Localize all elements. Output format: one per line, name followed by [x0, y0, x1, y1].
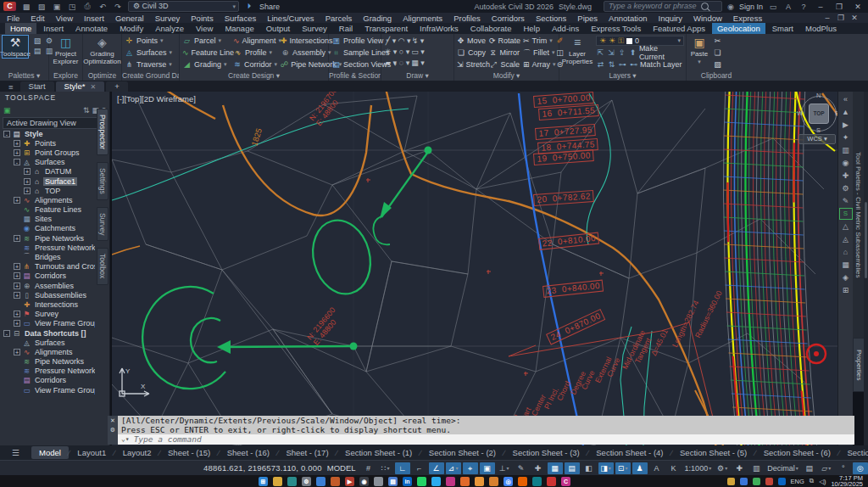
layout-tab-layout2[interactable]: Layout2: [115, 446, 159, 459]
rotate-button[interactable]: ⟳Rotate: [489, 36, 520, 46]
palette-tool-icon[interactable]: «: [840, 93, 852, 105]
arc-tool-icon[interactable]: ◠ ▾: [398, 36, 411, 47]
menu-corridors[interactable]: Corridors: [492, 14, 525, 23]
file-tab-close-icon[interactable]: ✕: [90, 83, 96, 91]
tree-item-pressure-networks[interactable]: ≋Pressure Networks: [0, 243, 95, 252]
menu-express[interactable]: Express: [733, 14, 762, 23]
tree-expander[interactable]: +: [14, 263, 20, 270]
command-window-handle[interactable]: ✕ ⚙: [108, 416, 118, 445]
viewport-controls-label[interactable]: [-][Top][2D Wireframe]: [117, 94, 196, 104]
parcel-button[interactable]: ▱Parcel▾: [182, 36, 230, 46]
tree-item-turnouts-and-crossovers[interactable]: +⋔Turnouts and Crossovers: [0, 262, 95, 271]
survey-palette-icon[interactable]: ▤: [31, 46, 43, 56]
panel-label-palettes[interactable]: Palettes ▾: [0, 71, 48, 81]
layout-tab-model[interactable]: Model: [31, 446, 69, 459]
app-maximize-button[interactable]: ❐: [832, 3, 846, 11]
tree-expander[interactable]: +: [24, 168, 31, 175]
ribbon-tab-home[interactable]: Home: [5, 23, 36, 34]
search-icon[interactable]: [701, 3, 709, 10]
cart-icon[interactable]: ▭: [768, 3, 778, 11]
new-icon[interactable]: ▩: [21, 3, 31, 11]
ribbon-tab-view[interactable]: View: [191, 23, 218, 34]
status-toggle[interactable]: ⌐: [412, 462, 427, 474]
viewcube-south[interactable]: S: [816, 126, 821, 134]
autodesk-icon[interactable]: A: [783, 3, 793, 11]
palette-tool-icon[interactable]: ◉: [840, 157, 852, 169]
tree-item-top[interactable]: +⌂TOP: [0, 186, 95, 195]
palette-tool-icon[interactable]: ✚: [840, 170, 852, 182]
tray-clock[interactable]: 7:17 PM 10/29/2025: [831, 475, 863, 487]
ribbon-tab-analyze[interactable]: Analyze: [150, 23, 189, 34]
viewcube-top-face[interactable]: TOP: [809, 104, 829, 124]
command-tools-icon[interactable]: ⚙: [110, 427, 115, 434]
surfaces-button[interactable]: ◬Surfaces▾: [125, 48, 172, 58]
app-dark-icon[interactable]: ◉: [359, 477, 369, 486]
palette-tool-icon[interactable]: ✎: [840, 195, 852, 207]
tree-item-datum[interactable]: +⌂DATUM: [0, 167, 95, 176]
layout-tab-section-sheet-1[interactable]: Section Sheet - (1): [337, 446, 420, 459]
sign-in-button[interactable]: Sign In: [739, 3, 763, 11]
tree-item-style[interactable]: -▤Style: [0, 129, 95, 138]
trim-button[interactable]: ✂Trim▾: [523, 36, 552, 46]
tree-item-assemblies[interactable]: +⊕Assemblies: [0, 281, 95, 290]
menu-lines-curves[interactable]: Lines/Curves: [267, 14, 314, 23]
tree-item-points[interactable]: +✚Points: [0, 138, 95, 148]
palette-tool-icon[interactable]: ▶: [840, 119, 852, 131]
ribbon-tab-modplus[interactable]: ModPlus: [800, 23, 842, 34]
recorder-icon[interactable]: [374, 477, 383, 486]
menu-parcels[interactable]: Parcels: [326, 14, 353, 23]
tree-expander[interactable]: -: [3, 330, 10, 337]
panel-label-explore[interactable]: Explore: [49, 71, 82, 81]
tree-item-sites[interactable]: ▦Sites: [0, 215, 95, 224]
menu-inquiry[interactable]: Inquiry: [659, 14, 683, 23]
array-button[interactable]: ⊞Array▾: [523, 59, 552, 70]
menu-file[interactable]: File: [7, 14, 19, 23]
ribbon-tab-manage[interactable]: Manage: [220, 23, 259, 34]
region-tool-icon[interactable]: ▰ ▾: [384, 58, 398, 69]
tree-item-alignments[interactable]: +∿Alignments: [0, 347, 95, 356]
paste-button[interactable]: ▣ Paste▾: [689, 36, 709, 65]
app-teal-icon[interactable]: [287, 477, 297, 486]
tree-item-intersections[interactable]: ✚Intersections: [0, 299, 95, 309]
toolspace-active-icon[interactable]: ▣: [3, 106, 11, 115]
layout-tab-section-sheet-4[interactable]: Section Sheet - (4): [588, 446, 670, 459]
menu-sections[interactable]: Sections: [536, 14, 566, 23]
file-tab-style[interactable]: Style*✕: [56, 81, 105, 92]
match-props-icon[interactable]: ▨: [713, 59, 725, 70]
tree-expander[interactable]: +: [14, 149, 20, 156]
scale-button[interactable]: ⤢Scale: [489, 59, 520, 70]
layer-properties-button[interactable]: ≡ Layer Properties: [562, 36, 593, 65]
palette-tool-icon[interactable]: S: [839, 208, 853, 220]
whatsapp-icon[interactable]: [417, 477, 426, 486]
redo-icon[interactable]: ↷: [113, 3, 123, 11]
circle-tool-icon[interactable]: ○ ▾: [398, 47, 411, 58]
tool-palettes-title-bar[interactable]: Tool Palettes - Civil Metric Subassembli…: [853, 92, 864, 338]
rect-tool-icon[interactable]: ▭ ▾: [411, 47, 425, 58]
ribbon-tab-survey[interactable]: Survey: [297, 23, 332, 34]
palette-tool-icon[interactable]: ▥: [840, 144, 852, 156]
viewcube[interactable]: TOP N W E S: [798, 93, 837, 132]
layout-tab-section-sheet-7[interactable]: Section Sheet - (7): [839, 446, 868, 459]
drawing-canvas[interactable]: Y X [-][Top][2D Wireframe] 1825 15 0+700…: [112, 92, 837, 445]
properties-palette-icon[interactable]: ▧: [31, 36, 43, 46]
palette-tool-icon[interactable]: ✦: [840, 132, 852, 143]
status-toggle[interactable]: K: [666, 462, 682, 474]
search-app-icon[interactable]: [489, 477, 498, 486]
ribbon-tab-annotate[interactable]: Annotate: [70, 23, 113, 34]
assembly-button[interactable]: ⊕Assembly▾: [281, 48, 333, 58]
status-toggle[interactable]: ▣: [480, 462, 495, 474]
status-toggle[interactable]: A: [649, 462, 665, 474]
tray-linkedin[interactable]: [778, 478, 786, 485]
save-icon[interactable]: ▣: [52, 3, 62, 11]
app-orange-icon[interactable]: [460, 477, 470, 486]
layout-tab-section-sheet-2[interactable]: Section Sheet - (2): [421, 446, 504, 459]
status-toggle[interactable]: ∠: [429, 462, 444, 474]
status-toggle[interactable]: ∷▾: [378, 462, 393, 474]
tree-expander[interactable]: +: [24, 188, 31, 194]
tree-item-data-shortcuts[interactable]: -⊟Data Shortcuts []: [0, 328, 95, 338]
share-icon[interactable]: ⏵: [244, 2, 254, 11]
command-close-icon[interactable]: ✕: [110, 417, 115, 424]
doc-close-button[interactable]: ✕: [848, 14, 861, 22]
status-toggle[interactable]: ⊡▾: [615, 462, 631, 474]
ribbon-tab-add-ins[interactable]: Add-ins: [547, 23, 584, 34]
